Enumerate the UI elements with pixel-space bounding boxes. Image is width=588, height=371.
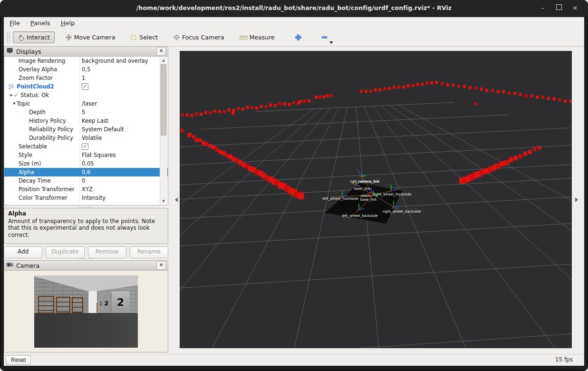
minimize-icon[interactable]: – — [539, 4, 547, 12]
camera-panel-header[interactable]: Camera × — [4, 260, 168, 271]
reset-button[interactable]: Reset — [6, 355, 31, 365]
property-value[interactable]: background and overlay — [82, 58, 148, 64]
property-label: Overlay Alpha — [19, 66, 57, 73]
screen: /home/work/development/ros2/install/radu… — [0, 0, 588, 371]
property-row-style[interactable]: StyleFlat Squares — [4, 151, 168, 159]
tool-measure[interactable]: Measure — [235, 31, 280, 43]
tree-scrollbar[interactable]: ▲ ▼ — [160, 57, 167, 205]
help-body: Amount of transparency to apply to the p… — [8, 218, 155, 238]
property-row-decay-time[interactable]: Decay Time0 — [4, 176, 168, 185]
property-label: Position Transformer — [19, 186, 74, 193]
menu-file[interactable]: File — [10, 20, 20, 27]
property-row-topic[interactable]: ▼Topic/laser — [4, 99, 168, 108]
property-value[interactable]: XYZ — [82, 186, 93, 193]
property-row-zoom-factor[interactable]: Zoom Factor1 — [4, 74, 168, 82]
app-area: FilePanelsHelp InteractMove CameraSelect… — [4, 17, 584, 366]
tf-label-base_link: base_link — [360, 197, 377, 202]
property-label: Decay Time — [19, 177, 51, 184]
add-button[interactable]: Add — [4, 246, 42, 258]
expand-icon[interactable]: ▶ — [9, 93, 14, 97]
property-row-depth[interactable]: Depth5 — [4, 108, 168, 117]
property-row-image-rendering[interactable]: Image Renderingbackground and overlay — [4, 57, 168, 65]
tf-label-rgb_camera_link: rgb_camera_link — [350, 179, 380, 184]
tool-plus-button[interactable] — [292, 31, 305, 43]
hand-icon — [18, 34, 25, 41]
rename-button: Rename — [130, 246, 168, 258]
statusbar: Reset 15 fps — [4, 354, 584, 366]
tf-label-right_wheel_frontside: right_wheel_frontside — [373, 192, 412, 196]
property-value[interactable]: /laser — [82, 100, 97, 107]
property-value[interactable]: System Default — [82, 126, 124, 133]
tool-select[interactable]: Select — [125, 31, 163, 43]
tool-focus-camera[interactable]: Focus Camera — [168, 31, 229, 43]
property-value[interactable]: Volatile — [82, 135, 102, 141]
property-row-size-m-[interactable]: Size (m)0,05 — [4, 159, 168, 168]
property-label: Topic — [17, 100, 30, 107]
toolbar-drag-handle[interactable] — [7, 32, 10, 43]
titlebar[interactable]: /home/work/development/ros2/install/radu… — [0, 0, 588, 17]
scroll-down-icon[interactable]: ▼ — [160, 198, 167, 205]
measure-icon — [240, 35, 248, 40]
property-label: Color Transformer — [19, 195, 67, 201]
property-row-selectable[interactable]: Selectable✓ — [4, 142, 168, 151]
collapse-icon[interactable]: ▼ — [12, 102, 17, 106]
camera-doorway — [88, 291, 97, 313]
camera-close-icon[interactable]: × — [156, 261, 166, 270]
scroll-up-icon[interactable]: ▲ — [160, 57, 167, 64]
property-row-reliability-policy[interactable]: Reliability PolicySystem Default — [4, 125, 168, 134]
property-row-color-transformer[interactable]: Color TransformerIntensity — [4, 194, 168, 202]
rviz-window: /home/work/development/ros2/install/radu… — [0, 0, 588, 371]
main-area: Displays × Image Renderingbackground and… — [4, 46, 584, 354]
property-value[interactable]: Intensity — [82, 195, 106, 201]
property-row-history-policy[interactable]: History PolicyKeep Last — [4, 117, 168, 125]
checkbox-checked-icon[interactable]: ✓ — [82, 143, 88, 150]
window-controls: – × — [539, 3, 579, 13]
property-label: Alpha — [19, 169, 34, 176]
property-row-alpha[interactable]: Alpha0,6 — [4, 168, 168, 176]
property-row-overlay-alpha[interactable]: Overlay Alpha0,5 — [4, 65, 168, 74]
tf-label-right_wheel_backside: right_wheel_backside — [383, 209, 421, 214]
tf-label-laser_link: laser_link — [354, 186, 371, 191]
tool-minus-button[interactable] — [318, 31, 331, 43]
tool-move-camera[interactable]: Move Camera — [60, 31, 120, 43]
toolbar: InteractMove CameraSelectFocus CameraMea… — [4, 29, 584, 47]
property-value[interactable]: 1 — [82, 75, 85, 81]
collapse-right-panel-icon[interactable] — [575, 197, 578, 202]
property-row-status-ok[interactable]: ▶✓Status: Ok — [4, 91, 168, 99]
camera-splitter-handle[interactable] — [79, 257, 93, 260]
close-icon[interactable]: × — [571, 4, 579, 12]
menu-panels[interactable]: Panels — [30, 20, 50, 27]
property-help-box: Alpha Amount of transparency to apply to… — [4, 208, 168, 244]
duplicate-button: Duplicate — [46, 246, 84, 258]
property-row-pointcloud2[interactable]: PointCloud2✓ — [4, 82, 168, 91]
property-row-durability-policy[interactable]: Durability PolicyVolatile — [4, 134, 168, 142]
property-value[interactable]: Flat Squares — [82, 152, 116, 158]
property-label: Style — [19, 152, 32, 158]
tool-interact[interactable]: Interact — [13, 31, 55, 43]
checkbox-checked-icon[interactable]: ✓ — [82, 83, 88, 90]
property-label: Zoom Factor — [19, 75, 53, 81]
chevron-down-icon[interactable] — [329, 41, 333, 44]
property-value[interactable]: Keep Last — [82, 117, 108, 124]
tf-label-left_wheel_backside: left_wheel_backside — [342, 214, 377, 218]
property-value[interactable]: 0,6 — [82, 169, 90, 176]
menu-help[interactable]: Help — [61, 20, 75, 27]
property-label: Image Rendering — [19, 58, 65, 64]
property-label: Size (m) — [19, 160, 41, 167]
pointcloud-icon — [8, 83, 15, 90]
property-value[interactable]: 5 — [82, 109, 85, 116]
minus-icon — [321, 34, 328, 41]
property-row-position-transformer[interactable]: Position TransformerXYZ — [4, 185, 168, 194]
scrollbar-thumb[interactable] — [161, 64, 166, 136]
property-value[interactable]: 0,05 — [82, 160, 94, 167]
property-label: History Policy — [29, 117, 66, 124]
render-view-3d[interactable]: camera_linkrgb_camera_linklaser_linkodom… — [180, 51, 572, 348]
collapse-left-panel-icon[interactable] — [175, 197, 178, 202]
camera-cabinet — [72, 297, 83, 313]
displays-close-icon[interactable]: × — [156, 47, 166, 56]
maximize-icon[interactable] — [555, 4, 563, 12]
property-value[interactable]: 0,5 — [82, 66, 90, 73]
displays-panel-header[interactable]: Displays × — [4, 46, 168, 57]
property-value[interactable]: 0 — [82, 177, 85, 184]
displays-buttons-row: AddDuplicateRemoveRename — [4, 246, 168, 258]
